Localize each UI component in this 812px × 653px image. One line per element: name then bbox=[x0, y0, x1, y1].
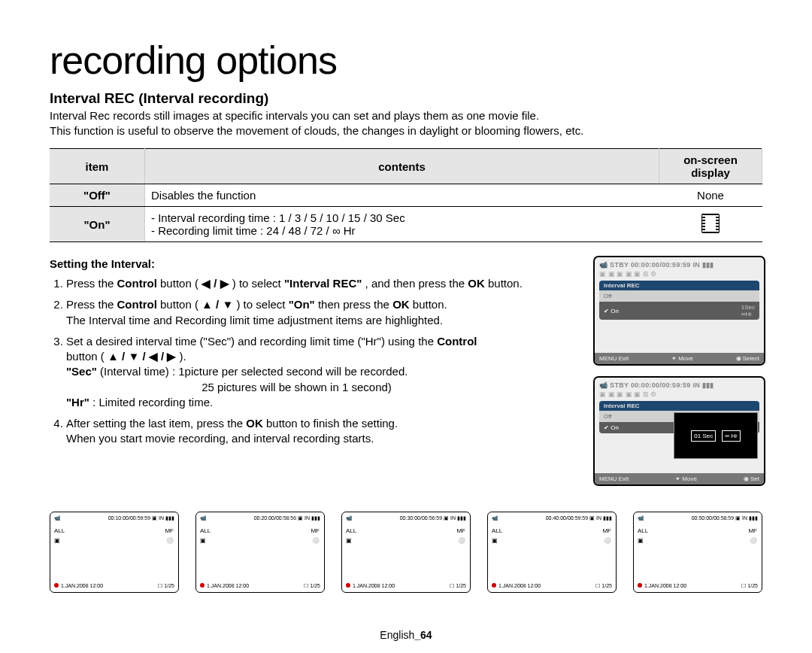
sec-box: 01 Sec bbox=[691, 430, 716, 442]
step-3: Set a desired interval time ("Sec") and … bbox=[66, 334, 578, 410]
thumb-bottom: 1.JAN.2008 12:00☐ 1/25 bbox=[54, 583, 174, 589]
lcd-preview-2: 📹 STBY 00:00:00/00:59:59 IN ▮▮▮ ▣ ▣ ▣ ▣ … bbox=[593, 376, 765, 486]
on-line-2: - Recording limit time : 24 / 48 / 72 / … bbox=[151, 224, 356, 237]
thumb-left-icons: ALL▣ bbox=[54, 527, 65, 544]
t: , and then press the bbox=[365, 277, 468, 290]
camera-icon: 📹 bbox=[492, 515, 498, 521]
t: ) to select bbox=[232, 277, 284, 290]
left-right-arrows-icon: ◀ / ▶ bbox=[201, 277, 229, 290]
lcd-preview-1: 📹 STBY 00:00:00/00:59:59 IN ▮▮▮ ▣ ▣ ▣ ▣ … bbox=[593, 256, 765, 366]
lcd-status-bar: 📹 STBY 00:00:00/00:59:59 IN ▮▮▮ bbox=[595, 378, 764, 390]
t: After setting the last item, press the bbox=[66, 417, 246, 430]
camera-icon: 📹 bbox=[638, 515, 644, 521]
step-2: Press the Control button ( ▲ / ▼ ) to se… bbox=[66, 297, 578, 328]
t: ) to select bbox=[236, 298, 288, 311]
thumbnail: 📹00:50:00/00:58:59 ▣ IN ▮▮▮ALL▣MF⚪1.JAN.… bbox=[633, 512, 762, 593]
t: Press the bbox=[66, 277, 117, 290]
thumb-tc: 00:40:00/00:59:59 ▣ IN ▮▮▮ bbox=[546, 515, 612, 521]
options-table: item contents on-screen display "Off" Di… bbox=[50, 148, 762, 242]
thumb-count: ☐ 1/25 bbox=[450, 583, 466, 589]
lcd-bottom-bar: MENU Exit ✦ Move ◉ Select bbox=[595, 353, 764, 364]
thumbnail: 📹00:10:00/00:59:59 ▣ IN ▮▮▮ALL▣MF⚪1.JAN.… bbox=[50, 512, 179, 593]
intro-line-1: Interval Rec records still images at spe… bbox=[50, 109, 539, 122]
thumb-left-icons: ALL▣ bbox=[638, 527, 648, 544]
rec-dot-icon bbox=[346, 583, 350, 588]
interval-rec-label: "Interval REC" bbox=[284, 277, 362, 290]
thumb-right-icons: MF⚪ bbox=[602, 527, 611, 544]
cell-item-off: "Off" bbox=[50, 184, 145, 207]
thumb-top: 📹00:40:00/00:59:59 ▣ IN ▮▮▮ bbox=[492, 515, 612, 521]
hr-box: ∞ Hr bbox=[722, 430, 740, 442]
t: then press the bbox=[318, 298, 392, 311]
rec-dot-icon bbox=[54, 583, 59, 588]
thumb-left-icons: ALL▣ bbox=[492, 527, 502, 544]
lcd-menu-exit: MENU Exit bbox=[599, 355, 629, 362]
cell-osd-on bbox=[659, 207, 762, 242]
on-text: ✔ On bbox=[604, 424, 619, 431]
hr-label: "Hr" bbox=[66, 396, 89, 409]
intro-line-2: This function is useful to observe the m… bbox=[50, 124, 583, 137]
lcd-menu-exit: MENU Exit bbox=[599, 475, 629, 482]
thumb-bottom: 1.JAN.2008 12:00☐ 1/25 bbox=[638, 583, 758, 589]
thumb-tc: 00:20:00/00:58:56 ▣ IN ▮▮▮ bbox=[254, 515, 320, 521]
t: ). bbox=[179, 350, 186, 363]
lcd-menu-off: Off bbox=[599, 290, 759, 302]
thumb-left-icons: ALL▣ bbox=[200, 527, 211, 544]
t: button. bbox=[413, 298, 447, 311]
thumb-bottom: 1.JAN.2008 12:00☐ 1/25 bbox=[200, 583, 320, 589]
t: button ( bbox=[66, 350, 108, 363]
lcd-icon-row: ▣ ▣ ▣ ▣ ▣ ⊞ ⚙ bbox=[595, 270, 764, 278]
intro-text: Interval Rec records still images at spe… bbox=[50, 108, 762, 138]
control-label: Control bbox=[117, 298, 157, 311]
lcd-select: ◉ Select bbox=[736, 355, 759, 362]
thumb-count: ☐ 1/25 bbox=[304, 583, 320, 589]
cell-contents-on: - Interval recording time : 1 / 3 / 5 / … bbox=[145, 207, 659, 242]
step-4-note: When you start movie recording, and inte… bbox=[66, 432, 374, 445]
t: button. bbox=[488, 277, 523, 290]
thumb-top: 📹00:10:00/00:59:59 ▣ IN ▮▮▮ bbox=[54, 515, 174, 521]
t: button to finish the setting. bbox=[266, 417, 398, 430]
control-label: Control bbox=[437, 335, 477, 348]
thumb-count: ☐ 1/25 bbox=[741, 583, 758, 589]
thumb-count: ☐ 1/25 bbox=[158, 583, 174, 589]
step-4: After setting the last item, press the O… bbox=[66, 416, 578, 447]
page-footer: English_64 bbox=[0, 629, 812, 641]
lcd-move: ✦ Move bbox=[671, 355, 693, 362]
off-text: Off bbox=[604, 293, 612, 299]
lcd-edit-overlay: 01 Sec ∞ Hr bbox=[674, 412, 758, 459]
sec-desc-2: 25 pictures will be shown in 1 second) bbox=[201, 381, 392, 393]
thumb-top: 📹00:20:00/00:58:56 ▣ IN ▮▮▮ bbox=[200, 515, 320, 521]
rec-dot-icon bbox=[638, 583, 642, 588]
thumb-left-icons: ALL▣ bbox=[346, 527, 356, 544]
lcd-menu-title: Interval REC bbox=[599, 401, 759, 411]
thumb-right-icons: MF⚪ bbox=[748, 527, 757, 544]
camera-icon: 📹 bbox=[346, 515, 353, 521]
thumb-bottom: 1.JAN.2008 12:00☐ 1/25 bbox=[346, 583, 466, 589]
thumb-date: 1.JAN.2008 12:00 bbox=[638, 583, 686, 589]
lcd-menu-panel: Interval REC Off ✔ On 1Sec ∞Hr bbox=[599, 281, 759, 320]
camera-icon: 📹 bbox=[54, 515, 61, 521]
lcd-bottom-bar: MENU Exit ✦ Move ◉ Set bbox=[595, 473, 764, 484]
thumb-count: ☐ 1/25 bbox=[595, 583, 612, 589]
thumb-bottom: 1.JAN.2008 12:00☐ 1/25 bbox=[492, 583, 612, 589]
thumb-tc: 00:10:00/00:59:59 ▣ IN ▮▮▮ bbox=[108, 515, 174, 521]
footer-page-number: _64 bbox=[414, 629, 432, 641]
interval-rec-icon bbox=[701, 214, 720, 233]
thumbnail-strip: 📹00:10:00/00:59:59 ▣ IN ▮▮▮ALL▣MF⚪1.JAN.… bbox=[50, 512, 762, 593]
lcd-menu-title: Interval REC bbox=[599, 281, 759, 290]
lcd-status-text: STBY 00:00:00/00:59:59 IN ▮▮▮ bbox=[610, 261, 714, 269]
t: button ( bbox=[160, 277, 201, 290]
steps-block: Setting the Interval: Press the Control … bbox=[50, 256, 578, 486]
lcd-move: ✦ Move bbox=[675, 475, 697, 482]
lcd-status-text: STBY 00:00:00/00:59:59 IN ▮▮▮ bbox=[610, 381, 714, 389]
thumb-date: 1.JAN.2008 12:00 bbox=[54, 583, 103, 589]
thumbnail: 📹00:20:00/00:58:56 ▣ IN ▮▮▮ALL▣MF⚪1.JAN.… bbox=[195, 512, 325, 593]
v2: ∞Hr bbox=[741, 311, 752, 317]
thumb-top: 📹00:30:00/00:56:59 ▣ IN ▮▮▮ bbox=[346, 515, 466, 521]
step-2-note: The Interval time and Recording limit ti… bbox=[66, 314, 443, 326]
ok-label: OK bbox=[392, 298, 410, 311]
th-contents: contents bbox=[145, 149, 659, 184]
cell-osd-off: None bbox=[659, 184, 762, 207]
up-down-arrows-icon: ▲ / ▼ bbox=[201, 298, 233, 311]
footer-lang: English bbox=[380, 629, 414, 641]
